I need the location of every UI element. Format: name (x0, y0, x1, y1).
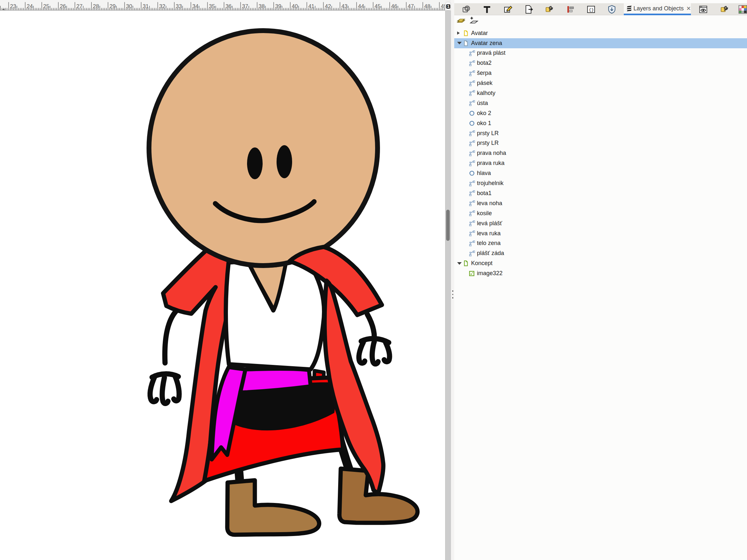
svg-text:39: 39 (275, 3, 281, 9)
svg-text:29: 29 (110, 3, 116, 9)
svg-text:40: 40 (292, 3, 298, 9)
svg-text:34: 34 (192, 3, 199, 9)
svg-text:47: 47 (408, 3, 414, 9)
svg-text:38: 38 (259, 3, 265, 9)
svg-text:48: 48 (424, 3, 431, 9)
svg-text:44: 44 (358, 3, 364, 9)
svg-text:25: 25 (43, 3, 49, 9)
svg-text:{}: {} (589, 7, 594, 12)
svg-text:27: 27 (77, 3, 83, 9)
svg-text:26: 26 (60, 3, 66, 9)
svg-text:31: 31 (143, 3, 149, 9)
svg-text:49: 49 (441, 3, 445, 9)
svg-text:46: 46 (391, 3, 397, 9)
svg-text:28: 28 (93, 3, 99, 9)
svg-text:45: 45 (375, 3, 381, 9)
svg-text:36: 36 (225, 3, 231, 9)
svg-text:30: 30 (126, 3, 132, 9)
svg-text:42: 42 (325, 3, 331, 9)
svg-text:37: 37 (242, 3, 248, 9)
svg-text:41: 41 (308, 3, 314, 9)
svg-text:43: 43 (341, 3, 347, 9)
svg-text:24: 24 (27, 3, 33, 9)
svg-text:33: 33 (176, 3, 182, 9)
svg-text:23: 23 (10, 3, 16, 9)
svg-text:32: 32 (159, 3, 165, 9)
svg-text:35: 35 (209, 3, 215, 9)
